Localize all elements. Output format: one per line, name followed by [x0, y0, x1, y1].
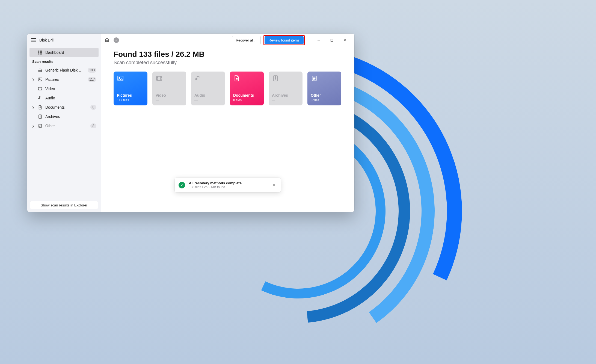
nav-dashboard[interactable]: Dashboard	[29, 48, 99, 57]
toast-close-button[interactable]	[271, 182, 277, 188]
svg-point-12	[39, 79, 40, 79]
picture-icon	[38, 77, 43, 82]
svg-rect-4	[40, 52, 41, 53]
svg-rect-13	[38, 87, 42, 90]
video-icon	[156, 75, 163, 82]
disk-drill-window: Disk Drill Dashboard Scan results ❯Gener…	[27, 34, 354, 212]
svg-rect-1	[40, 51, 41, 52]
card-subtitle: 8 files	[311, 98, 338, 102]
main-pane: ✓ Recover all... Review found items Foun…	[101, 34, 354, 212]
svg-rect-6	[38, 54, 39, 55]
card-subtitle: —	[272, 98, 299, 102]
grid-icon	[38, 50, 43, 55]
archive-icon	[272, 75, 279, 82]
card-title: Archives	[272, 93, 299, 97]
scan-results-section-label: Scan results	[29, 57, 99, 65]
svg-rect-30	[331, 39, 333, 41]
show-in-explorer-button[interactable]: Show scan results in Explorer	[30, 201, 98, 209]
card-subtitle: 117 files	[117, 98, 144, 102]
recover-all-button[interactable]: Recover all...	[232, 36, 261, 44]
svg-rect-35	[156, 76, 162, 80]
window-controls	[312, 36, 351, 44]
video-icon	[38, 86, 43, 91]
chevron-right-icon: ❯	[31, 78, 35, 81]
svg-rect-11	[38, 78, 42, 81]
sidebar-item-audio[interactable]: ❯Audio	[29, 93, 99, 103]
content-area: Found 133 files / 26.2 MB Scan completed…	[101, 47, 354, 105]
svg-rect-0	[38, 51, 39, 52]
sidebar-item-label: Pictures	[45, 77, 85, 82]
document-icon	[233, 75, 240, 82]
sidebar-item-other[interactable]: ❯Other8	[29, 121, 99, 131]
category-cards: Pictures117 filesVideo—Audio—Documents8 …	[114, 72, 342, 105]
sidebar-item-label: Documents	[45, 105, 88, 110]
sidebar-footer: Show scan results in Explorer	[27, 198, 101, 212]
count-badge: 117	[88, 77, 96, 82]
review-found-items-button[interactable]: Review found items	[265, 36, 304, 44]
sidebar-item-picture[interactable]: ❯Pictures117	[29, 75, 99, 84]
topbar: ✓ Recover all... Review found items	[101, 34, 354, 47]
drive-icon	[38, 68, 43, 73]
toast-sub: 133 files / 26.2 MB found	[189, 185, 268, 189]
sidebar-item-label: Other	[45, 124, 88, 128]
sidebar-item-drive[interactable]: ❯Generic Flash Disk USB...133	[29, 66, 99, 75]
card-subtitle: —	[194, 98, 222, 102]
picture-icon	[117, 75, 124, 82]
category-card-other[interactable]: Other8 files	[307, 72, 341, 105]
svg-point-34	[119, 77, 120, 78]
other-icon	[311, 75, 318, 82]
count-badge: 133	[88, 68, 96, 73]
sidebar-item-video[interactable]: ❯Video	[29, 84, 99, 93]
sidebar-item-label: Generic Flash Disk USB...	[45, 68, 85, 72]
chevron-right-icon: ❯	[31, 106, 35, 109]
home-icon[interactable]	[104, 37, 110, 43]
hamburger-menu-icon[interactable]	[31, 38, 36, 42]
svg-point-24	[40, 117, 40, 117]
svg-point-46	[275, 79, 276, 79]
sidebar: Disk Drill Dashboard Scan results ❯Gener…	[27, 34, 101, 212]
app-title: Disk Drill	[39, 38, 54, 42]
completion-toast: ✓ All recovery methods complete 133 file…	[175, 178, 281, 192]
svg-rect-8	[41, 54, 42, 55]
sidebar-item-label: Audio	[45, 96, 96, 100]
card-title: Audio	[194, 93, 222, 97]
chevron-right-icon: ❯	[31, 125, 35, 128]
sidebar-item-archive[interactable]: ❯Archives	[29, 112, 99, 121]
category-card-archives: Archives—	[269, 72, 303, 105]
headline: Found 133 files / 26.2 MB	[114, 50, 342, 59]
card-subtitle: —	[156, 98, 183, 102]
svg-rect-7	[40, 54, 41, 55]
card-subtitle: 8 files	[233, 98, 260, 102]
card-title: Video	[156, 93, 183, 97]
card-title: Pictures	[117, 93, 144, 97]
category-card-pictures[interactable]: Pictures117 files	[114, 72, 147, 105]
svg-rect-33	[118, 76, 123, 81]
subhead: Scan completed successfully	[114, 60, 342, 66]
svg-rect-2	[41, 51, 42, 52]
svg-point-10	[41, 71, 41, 71]
audio-icon	[194, 75, 201, 82]
sidebar-item-label: Video	[45, 87, 96, 91]
category-card-documents[interactable]: Documents8 files	[230, 72, 264, 105]
window-close-button[interactable]	[339, 36, 351, 44]
category-card-audio: Audio—	[191, 72, 225, 105]
nav-dashboard-label: Dashboard	[45, 50, 96, 55]
archive-icon	[38, 114, 43, 119]
sidebar-item-label: Archives	[45, 114, 96, 119]
status-check-icon[interactable]: ✓	[114, 37, 119, 43]
count-badge: 8	[90, 105, 96, 110]
svg-rect-3	[38, 52, 39, 53]
document-icon	[38, 105, 43, 110]
toast-title: All recovery methods complete	[189, 181, 268, 185]
other-icon	[38, 123, 43, 128]
check-circle-icon: ✓	[179, 182, 185, 188]
sidebar-nav: Dashboard Scan results ❯Generic Flash Di…	[27, 47, 101, 131]
category-card-video: Video—	[152, 72, 186, 105]
window-maximize-button[interactable]	[325, 36, 338, 44]
annotation-highlight: Review found items	[263, 35, 305, 45]
count-badge: 8	[90, 123, 96, 128]
sidebar-item-document[interactable]: ❯Documents8	[29, 103, 99, 112]
window-minimize-button[interactable]	[312, 36, 325, 44]
card-title: Documents	[233, 93, 260, 97]
card-title: Other	[311, 93, 338, 97]
